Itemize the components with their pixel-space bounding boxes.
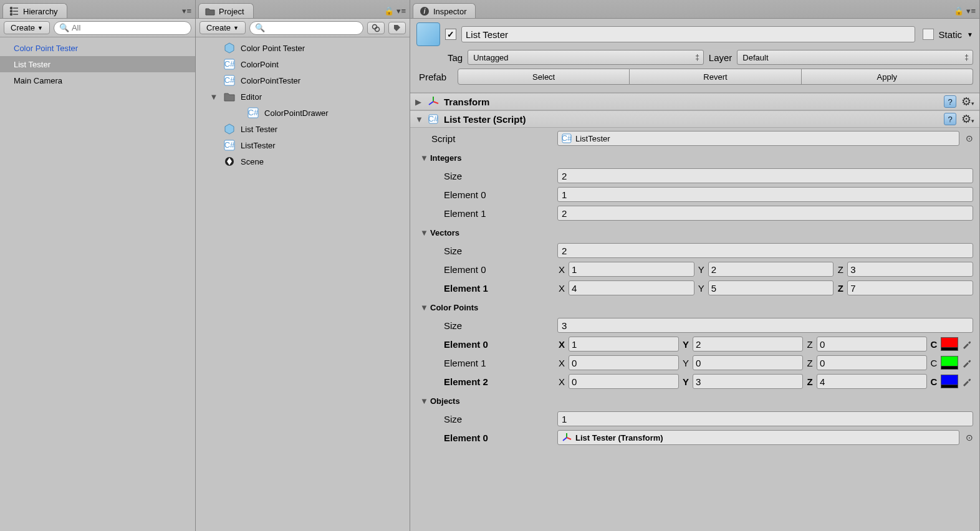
gameobject-icon[interactable]	[416, 22, 440, 46]
foldout-icon[interactable]: ▼	[209, 92, 218, 102]
hierarchy-icon	[9, 6, 19, 16]
gear-icon[interactable]: ⚙▾	[961, 95, 974, 108]
y-field[interactable]	[693, 374, 803, 389]
hierarchy-tab[interactable]: Hierarchy	[2, 3, 67, 18]
vectors-size-field[interactable]	[557, 243, 973, 258]
integers-size-field[interactable]	[557, 168, 973, 183]
y-field[interactable]	[708, 262, 834, 277]
project-search-input[interactable]	[267, 23, 358, 32]
eyedropper-icon[interactable]	[961, 338, 973, 350]
y-field[interactable]	[693, 337, 803, 352]
static-dropdown[interactable]: ▼	[967, 31, 973, 38]
prefab-icon	[223, 42, 236, 54]
x-field[interactable]	[569, 374, 679, 389]
x-field[interactable]	[569, 280, 694, 295]
object-picker-icon[interactable]: ⊙	[966, 133, 973, 143]
transform-component-header[interactable]: ▶ Transform ? ⚙▾	[410, 93, 979, 110]
int-field[interactable]	[557, 206, 973, 221]
inspector-tab-menu[interactable]: ▾≡	[966, 6, 976, 16]
lock-icon[interactable]: 🔒	[384, 6, 394, 16]
layer-label: Layer	[709, 52, 733, 63]
object-picker-icon[interactable]: ⊙	[966, 433, 973, 442]
objects-foldout[interactable]: ▼Objects	[416, 395, 554, 406]
x-field[interactable]	[569, 337, 679, 352]
svg-point-7	[375, 27, 380, 31]
script-field[interactable]: C# ListTester	[557, 131, 959, 146]
colorpoints-foldout[interactable]: ▼Color Points	[416, 302, 554, 312]
eyedropper-icon[interactable]	[961, 356, 973, 369]
help-icon[interactable]: ?	[944, 95, 956, 108]
project-tree: Color Point TesterC#ColorPointC#ColorPoi…	[196, 37, 410, 172]
svg-point-0	[11, 7, 12, 9]
hierarchy-item[interactable]: Color Point Tester	[0, 40, 195, 56]
active-checkbox[interactable]: ✓	[445, 29, 456, 40]
hierarchy-item[interactable]: Main Camera	[0, 72, 195, 88]
inspector-tab[interactable]: i Inspector	[413, 3, 476, 18]
prefab-revert-button[interactable]: Revert	[630, 69, 801, 85]
x-field[interactable]	[569, 355, 679, 370]
script-component-header[interactable]: ▼ C# List Tester (Script) ? ⚙▾	[410, 110, 979, 128]
x-field[interactable]	[569, 262, 694, 277]
color-swatch[interactable]	[941, 356, 958, 370]
hierarchy-panel: Hierarchy ▾≡ Create ▼ 🔍 Color Point Test…	[0, 0, 196, 531]
script-icon: C#	[562, 133, 572, 143]
z-field[interactable]	[817, 374, 927, 389]
y-field[interactable]	[693, 355, 803, 370]
z-field[interactable]	[847, 280, 973, 295]
int-field[interactable]	[557, 187, 973, 202]
project-item[interactable]: Scene	[196, 153, 410, 170]
project-item[interactable]: C#ListTester	[196, 137, 410, 153]
z-field[interactable]	[817, 337, 927, 352]
hierarchy-create-button[interactable]: Create ▼	[4, 21, 50, 34]
hierarchy-item-label: List Tester	[14, 60, 50, 69]
project-create-button[interactable]: Create ▼	[199, 21, 246, 34]
color-swatch[interactable]	[941, 375, 958, 388]
tag-dropdown[interactable]: Untagged	[468, 50, 704, 65]
vectors-foldout[interactable]: ▼Vectors	[416, 227, 554, 237]
layer-dropdown[interactable]: Default	[737, 50, 973, 65]
hierarchy-search[interactable]: 🔍	[54, 21, 191, 35]
prefab-apply-button[interactable]: Apply	[802, 69, 973, 85]
project-item-label: Color Point Tester	[241, 44, 305, 53]
z-field[interactable]	[847, 262, 973, 277]
help-icon[interactable]: ?	[944, 113, 956, 125]
project-item[interactable]: C#ColorPoint	[196, 56, 410, 72]
hierarchy-item[interactable]: List Tester	[0, 56, 195, 72]
gameobject-name-input[interactable]	[461, 26, 915, 42]
color-swatch[interactable]	[941, 337, 958, 351]
filter-by-label-button[interactable]	[388, 22, 406, 34]
hierarchy-tab-menu[interactable]: ▾≡	[182, 6, 195, 18]
project-item[interactable]: List Tester	[196, 121, 410, 137]
y-field[interactable]	[708, 280, 834, 295]
static-checkbox[interactable]	[923, 29, 934, 40]
inspector-header: ✓ Static ▼ Tag Untagged Layer Default Pr…	[410, 19, 979, 93]
lock-icon[interactable]: 🔒	[954, 6, 964, 16]
object-field[interactable]: List Tester (Transform)	[557, 430, 959, 445]
objects-size-field[interactable]	[557, 411, 973, 426]
prefab-select-button[interactable]: Select	[458, 69, 630, 85]
project-item[interactable]: C#ColorPointDrawer	[196, 105, 410, 121]
project-tab[interactable]: Project	[198, 3, 253, 18]
prefab-icon	[223, 123, 236, 135]
integers-foldout[interactable]: ▼Integers	[416, 152, 554, 163]
project-tab-menu[interactable]: ▾≡	[396, 6, 406, 16]
filter-by-type-button[interactable]	[367, 22, 385, 34]
project-item[interactable]: Color Point Tester	[196, 40, 410, 56]
project-search[interactable]: 🔍	[249, 21, 363, 35]
gear-icon[interactable]: ⚙▾	[961, 112, 974, 126]
y-label: Y	[697, 264, 706, 275]
z-label: Z	[805, 376, 814, 387]
project-toolbar: Create ▼ 🔍	[196, 19, 410, 37]
colorpoints-size-field[interactable]	[557, 318, 973, 333]
project-item[interactable]: C#ColorPointTester	[196, 72, 410, 88]
svg-line-22	[429, 102, 433, 105]
hierarchy-toolbar: Create ▼ 🔍	[0, 19, 195, 37]
project-panel: Project 🔒 ▾≡ Create ▼ 🔍 Color Point Test…	[196, 0, 410, 531]
transform-icon	[428, 96, 439, 107]
hierarchy-tab-label: Hierarchy	[23, 7, 58, 16]
z-field[interactable]	[817, 355, 927, 370]
hierarchy-search-input[interactable]	[72, 23, 186, 32]
transform-title: Transform	[444, 97, 939, 107]
eyedropper-icon[interactable]	[961, 375, 973, 388]
project-item[interactable]: ▼Editor	[196, 88, 410, 105]
